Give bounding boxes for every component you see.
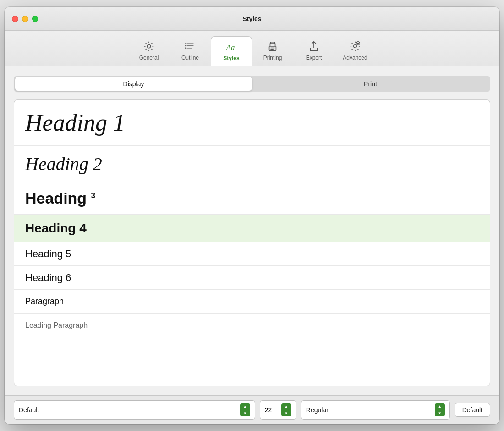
style-label-h4: Heading 4	[25, 221, 87, 236]
font-size-down[interactable]: ▼	[281, 410, 291, 417]
svg-rect-9	[270, 48, 274, 48]
gear-icon	[142, 40, 155, 53]
maximize-button[interactable]	[32, 16, 38, 22]
style-label-para: Paragraph	[25, 297, 64, 306]
font-style-select[interactable]: Regular ▲ ▼	[301, 400, 450, 420]
svg-point-12	[354, 45, 357, 48]
toolbar: General Outline Aa Styles	[5, 31, 499, 66]
minimize-button[interactable]	[22, 16, 28, 22]
styles-list: Heading 1 Heading 2 Heading 3 Heading 4 …	[14, 99, 490, 386]
svg-rect-8	[269, 46, 276, 50]
main-window: Styles General	[5, 7, 499, 424]
style-label-h2: Heading 2	[25, 153, 102, 175]
font-family-value: Default	[19, 406, 240, 414]
printing-label: Printing	[263, 55, 282, 61]
export-icon	[307, 40, 320, 53]
style-item-h4[interactable]: Heading 4	[14, 215, 490, 242]
close-button[interactable]	[12, 16, 18, 22]
font-style-up[interactable]: ▲	[435, 403, 445, 410]
general-label: General	[139, 55, 159, 61]
style-item-lead[interactable]: Leading Paragraph	[14, 314, 490, 337]
tab-print[interactable]: Print	[252, 77, 489, 91]
font-family-select[interactable]: Default ▲ ▼	[14, 400, 255, 420]
bottom-bar: Default ▲ ▼ 22 ▲ ▼ Regular ▲ ▼ Default	[5, 395, 499, 424]
style-item-h6[interactable]: Heading 6	[14, 266, 490, 290]
style-item-h3[interactable]: Heading 3	[14, 182, 490, 215]
toolbar-item-styles[interactable]: Aa Styles	[211, 36, 252, 66]
toolbar-item-advanced[interactable]: Advanced	[334, 36, 376, 66]
font-family-stepper[interactable]: ▲ ▼	[240, 403, 250, 416]
font-size-field[interactable]: 22 ▲ ▼	[260, 400, 296, 420]
font-size-up[interactable]: ▲	[281, 403, 291, 410]
titlebar: Styles	[5, 7, 499, 31]
font-style-value: Regular	[306, 406, 435, 414]
print-icon	[266, 40, 279, 53]
style-label-h1: Heading 1	[25, 109, 125, 136]
style-item-h2[interactable]: Heading 2	[14, 146, 490, 182]
toolbar-item-outline[interactable]: Outline	[170, 36, 211, 66]
style-item-para[interactable]: Paragraph	[14, 290, 490, 314]
advanced-label: Advanced	[343, 55, 367, 61]
style-label-h6: Heading 6	[25, 272, 71, 284]
window-title: Styles	[242, 15, 261, 22]
toolbar-item-export[interactable]: Export	[293, 36, 334, 66]
default-button[interactable]: Default	[455, 403, 490, 417]
font-size-stepper[interactable]: ▲ ▼	[281, 403, 291, 416]
style-item-h5[interactable]: Heading 5	[14, 242, 490, 266]
font-style-down[interactable]: ▼	[435, 410, 445, 417]
style-item-h1[interactable]: Heading 1	[14, 100, 490, 146]
font-family-down[interactable]: ▼	[240, 410, 250, 417]
gear-advanced-icon	[349, 40, 362, 53]
export-label: Export	[306, 55, 322, 61]
main-content: Display Print Heading 1 Heading 2 Headin…	[5, 66, 499, 395]
tab-switcher: Display Print	[14, 76, 490, 92]
font-size-value: 22	[265, 406, 272, 414]
font-style-stepper[interactable]: ▲ ▼	[435, 403, 445, 416]
svg-point-0	[147, 44, 150, 48]
svg-rect-11	[270, 42, 274, 44]
list-icon	[184, 40, 197, 53]
svg-text:Aa: Aa	[226, 43, 235, 52]
toolbar-item-general[interactable]: General	[128, 36, 170, 66]
style-label-h5: Heading 5	[25, 248, 71, 260]
style-label-h3: Heading 3	[25, 189, 95, 207]
toolbar-item-printing[interactable]: Printing	[252, 36, 293, 66]
font-family-up[interactable]: ▲	[240, 403, 250, 410]
outline-label: Outline	[181, 55, 199, 61]
svg-rect-10	[270, 49, 274, 50]
style-label-lead: Leading Paragraph	[25, 321, 88, 330]
traffic-lights	[12, 16, 38, 22]
tab-display[interactable]: Display	[15, 77, 252, 91]
aa-icon: Aa	[225, 40, 238, 53]
styles-label: Styles	[223, 55, 239, 61]
